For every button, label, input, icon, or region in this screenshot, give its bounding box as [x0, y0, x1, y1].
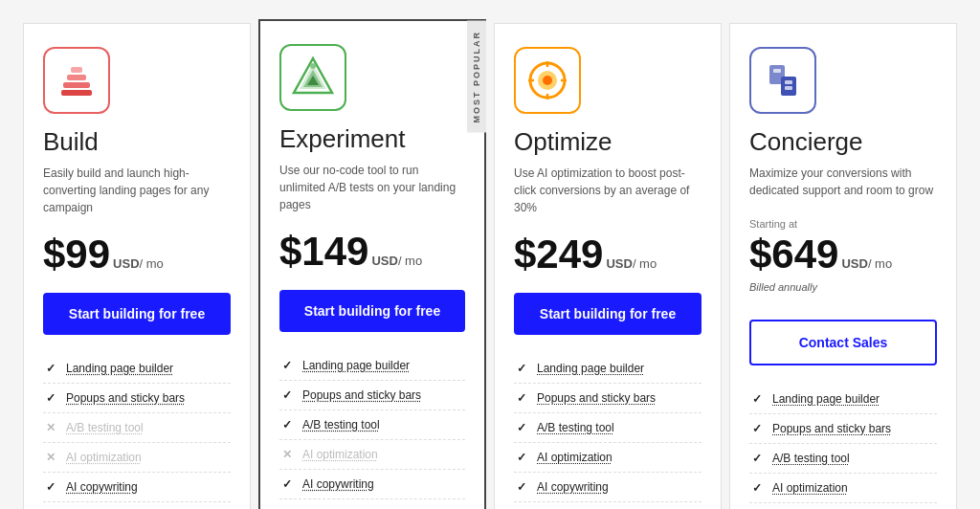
plan-card-concierge: Concierge Maximize your conversions with… — [729, 23, 957, 509]
feature-item: ✓ Popups and sticky bars — [43, 384, 231, 413]
price-period: / mo — [633, 256, 657, 271]
check-icon: ✓ — [514, 450, 529, 465]
price-amount: $99 — [43, 232, 110, 277]
starting-at-label: Starting at — [749, 218, 937, 230]
plan-icon-experiment — [279, 44, 346, 111]
feature-item: ✓ 1,000+ integrations — [43, 502, 231, 509]
cta-button-build[interactable]: Start building for free — [43, 293, 231, 335]
feature-label: AI optimization — [537, 451, 612, 464]
cta-button-concierge[interactable]: Contact Sales — [749, 320, 937, 365]
plan-description: Use AI optimization to boost post-click … — [514, 165, 702, 216]
feature-label: Landing page builder — [302, 359, 410, 372]
cta-button-optimize[interactable]: Start building for free — [514, 293, 702, 335]
feature-label: Popups and sticky bars — [537, 391, 656, 405]
feature-item: ✓ Popups and sticky bars — [279, 381, 465, 410]
price-currency: USD — [606, 256, 632, 271]
plan-description: Maximize your conversions with dedicated… — [749, 165, 937, 203]
price-amount: $649 — [749, 232, 838, 277]
plan-price: $249 USD / mo — [514, 232, 702, 277]
feature-item: ✓ 1,000+ integrations — [279, 499, 465, 509]
price-currency: USD — [371, 254, 397, 268]
features-list: ✓ Landing page builder ✓ Popups and stic… — [279, 351, 465, 509]
check-icon: ✓ — [279, 476, 295, 492]
plan-price: $149 USD / mo — [279, 229, 465, 275]
feature-label: A/B testing tool — [537, 421, 614, 434]
feature-item: ✓ Landing page builder — [279, 351, 465, 381]
plan-price: $99 USD / mo — [43, 232, 231, 277]
feature-item: ✓ Landing page builder — [749, 385, 937, 414]
feature-item: ✓ AI copywriting — [279, 470, 465, 499]
svg-rect-0 — [63, 82, 90, 88]
price-amount: $249 — [514, 232, 603, 277]
feature-label: AI copywriting — [537, 480, 609, 494]
plan-price: $649 USD / mo — [749, 232, 937, 277]
feature-item: ✓ A/B testing tool — [279, 410, 465, 440]
feature-label: AI copywriting — [302, 477, 374, 491]
feature-item: ✕ AI optimization — [43, 443, 231, 473]
svg-rect-19 — [785, 80, 792, 84]
svg-rect-3 — [61, 90, 92, 96]
price-period: / mo — [868, 256, 892, 271]
check-icon: ✓ — [514, 479, 529, 495]
feature-item: ✓ Popups and sticky bars — [514, 384, 702, 413]
feature-item: ✕ AI optimization — [279, 440, 465, 470]
cross-icon: ✕ — [43, 420, 58, 435]
feature-item: ✓ A/B testing tool — [514, 413, 702, 443]
check-icon: ✓ — [43, 361, 58, 376]
check-icon: ✓ — [279, 387, 295, 403]
cta-button-experiment[interactable]: Start building for free — [279, 290, 465, 332]
features-list: ✓ Landing page builder ✓ Popups and stic… — [749, 385, 937, 509]
feature-item: ✓ Landing page builder — [43, 354, 231, 384]
feature-label: AI optimization — [302, 448, 378, 461]
check-icon: ✓ — [279, 417, 295, 432]
billed-annually-label: Billed annually — [749, 281, 937, 293]
svg-rect-20 — [785, 86, 792, 90]
price-period: / mo — [398, 254, 422, 268]
feature-label: Popups and sticky bars — [772, 422, 891, 435]
plan-description: Use our no-code tool to run unlimited A/… — [279, 162, 465, 213]
check-icon: ✓ — [749, 391, 765, 407]
feature-item: ✓ Landing page builder — [514, 354, 702, 384]
feature-label: Landing page builder — [772, 392, 880, 406]
feature-label: AI copywriting — [66, 480, 138, 494]
price-currency: USD — [113, 256, 139, 271]
feature-label: A/B testing tool — [772, 452, 850, 465]
check-icon: ✓ — [514, 390, 529, 406]
feature-item: ✓ Popups and sticky bars — [749, 414, 937, 444]
cross-icon: ✕ — [279, 447, 295, 462]
svg-rect-1 — [67, 75, 86, 80]
feature-label: Landing page builder — [537, 362, 644, 375]
feature-label: Popups and sticky bars — [302, 388, 421, 402]
popular-badge: MOST POPULAR — [467, 21, 486, 133]
check-icon: ✓ — [749, 451, 765, 466]
plan-card-build: Build Easily build and launch high-conve… — [23, 23, 251, 509]
cross-icon: ✕ — [43, 450, 58, 465]
svg-rect-2 — [71, 67, 82, 73]
feature-item: ✓ AI copywriting — [514, 473, 702, 502]
feature-item: ✓ A/B testing tool — [749, 444, 937, 474]
feature-item: ✓ AI copywriting — [43, 473, 231, 502]
feature-item: ✓ AI optimization — [749, 474, 937, 503]
feature-item: ✓ 1,000+ integrations — [514, 502, 702, 509]
plan-description: Easily build and launch high-converting … — [43, 165, 231, 216]
price-currency: USD — [841, 256, 867, 271]
check-icon: ✓ — [43, 479, 58, 495]
feature-label: AI optimization — [772, 481, 848, 495]
check-icon: ✓ — [514, 420, 529, 435]
feature-label: A/B testing tool — [66, 421, 144, 434]
svg-point-11 — [543, 76, 552, 85]
plan-name: Experiment — [279, 124, 465, 154]
feature-label: A/B testing tool — [302, 418, 380, 432]
check-icon: ✓ — [749, 421, 765, 436]
check-icon: ✓ — [43, 390, 58, 406]
plan-name: Optimize — [514, 127, 702, 157]
price-amount: $149 — [279, 229, 368, 275]
check-icon: ✓ — [279, 358, 295, 373]
check-icon: ✓ — [514, 361, 529, 376]
feature-item: ✓ AI copywriting — [749, 503, 937, 509]
check-icon: ✓ — [749, 480, 765, 496]
pricing-grid: Build Easily build and launch high-conve… — [19, 19, 961, 509]
feature-item: ✓ AI optimization — [514, 443, 702, 473]
feature-item: ✕ A/B testing tool — [43, 413, 231, 443]
plan-icon-build — [43, 47, 110, 114]
